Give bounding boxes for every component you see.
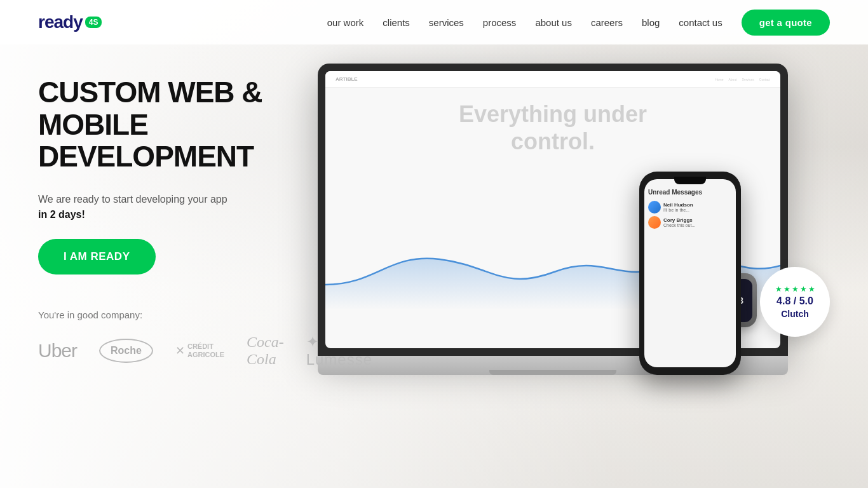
nav-contact-us[interactable]: contact us <box>679 17 722 28</box>
company-logos: Uber Roche ✕ CréditAgricole Coca-Cola ✦ … <box>38 333 356 369</box>
phone-frame: Unread Messages Neil Hudson I'll be in t… <box>639 172 741 375</box>
phone-screen: Unread Messages Neil Hudson I'll be in t… <box>644 179 736 367</box>
clutch-rating: 4.8 / 5.0 <box>776 296 813 306</box>
coca-cola-logo: Coca-Cola <box>247 334 284 368</box>
screen-nav-link-3: Services <box>742 78 754 81</box>
get-quote-button[interactable]: get a quote <box>742 10 830 36</box>
hero-subtitle-text: We are ready to start developing your ap… <box>38 194 227 205</box>
message-1-name: Neil Hudson <box>663 202 693 208</box>
nav-clients[interactable]: clients <box>383 17 410 28</box>
message-2-content: Cory Briggs Check this out... <box>663 217 695 227</box>
logo-text: ready <box>38 12 83 32</box>
page-wrapper: ready4S our work clients services proces… <box>0 0 868 488</box>
clutch-stars: ★ ★ ★ ★ ★ <box>775 285 815 294</box>
avatar-1 <box>648 201 661 214</box>
message-2-text: Check this out... <box>663 223 695 227</box>
screen-hero: Everything under control. <box>325 88 780 168</box>
hero-cta-button[interactable]: I AM READY <box>38 239 156 274</box>
credit-agricole-logo: ✕ CréditAgricole <box>175 342 224 359</box>
star-1: ★ <box>775 285 782 294</box>
star-4: ★ <box>800 285 807 294</box>
star-3: ★ <box>792 285 799 294</box>
roche-logo: Roche <box>99 339 153 363</box>
company-label: You're in good company: <box>38 309 356 320</box>
main-nav: our work clients services process about … <box>327 10 830 36</box>
message-1-text: I'll be in the... <box>663 208 693 212</box>
clutch-name: Clutch <box>781 309 809 319</box>
logo-badge: 4S <box>85 17 102 28</box>
hero-section: CUSTOM WEB & MOBILE DEVELOPMENT We are r… <box>0 44 868 488</box>
credit-text: CréditAgricole <box>187 342 224 359</box>
header: ready4S our work clients services proces… <box>0 0 868 44</box>
nav-our-work[interactable]: our work <box>327 17 364 28</box>
screen-nav-link-2: About <box>729 78 737 81</box>
message-2-name: Cory Briggs <box>663 217 695 223</box>
nav-services[interactable]: services <box>429 17 464 28</box>
clutch-badge: ★ ★ ★ ★ ★ 4.8 / 5.0 Clutch <box>760 267 830 337</box>
phone-notch <box>674 177 706 184</box>
nav-about-us[interactable]: about us <box>535 17 572 28</box>
credit-icon: ✕ <box>175 344 185 358</box>
nav-careers[interactable]: careers <box>591 17 623 28</box>
avatar-2 <box>648 216 661 229</box>
message-1-content: Neil Hudson I'll be in the... <box>663 202 693 212</box>
hero-subtitle-strong: in 2 days! <box>38 209 85 220</box>
screen-tagline-2: control. <box>511 128 595 154</box>
screen-nav-link-4: Contact <box>759 78 770 81</box>
phone-container: Unread Messages Neil Hudson I'll be in t… <box>639 172 741 375</box>
screen-nav: ARTIBLE Home About Services Contact <box>325 71 780 88</box>
screen-tagline: Everything under control. <box>459 100 647 155</box>
nav-blog[interactable]: blog <box>642 17 660 28</box>
logo-container: ready4S <box>38 12 102 32</box>
screen-tagline-1: Everything under <box>459 101 647 127</box>
uber-logo: Uber <box>38 340 77 362</box>
phone-message-1: Neil Hudson I'll be in the... <box>648 201 732 214</box>
screen-nav-link: Home <box>715 78 723 81</box>
star-5: ★ <box>808 285 815 294</box>
hero-content: CUSTOM WEB & MOBILE DEVELOPMENT We are r… <box>38 76 356 369</box>
star-2: ★ <box>783 285 790 294</box>
hero-title: CUSTOM WEB & MOBILE DEVELOPMENT <box>38 76 356 173</box>
screen-nav-links: Home About Services Contact <box>715 78 770 81</box>
laptop-container: ARTIBLE Home About Services Contact Ever… <box>267 51 868 488</box>
hero-subtitle: We are ready to start developing your ap… <box>38 192 356 222</box>
company-section: You're in good company: Uber Roche ✕ Cré… <box>38 309 356 369</box>
nav-process[interactable]: process <box>483 17 517 28</box>
lumesse-logo: ✦ Lumesse <box>306 333 372 369</box>
phone-message-2: Cory Briggs Check this out... <box>648 216 732 229</box>
phone-header: Unread Messages <box>648 189 732 196</box>
